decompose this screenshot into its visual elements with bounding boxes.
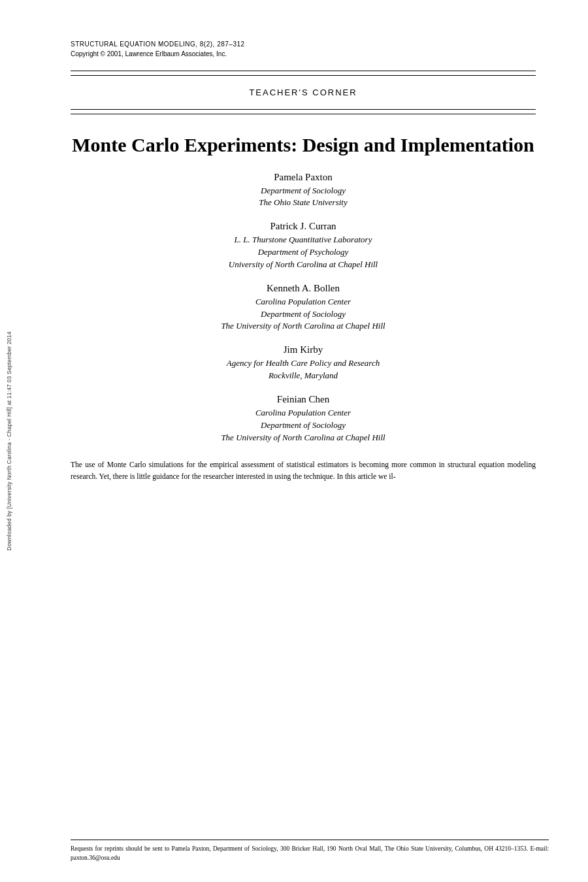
author-name-0: Pamela Paxton (71, 172, 536, 183)
journal-copyright-line: Copyright © 2001, Lawrence Erlbaum Assoc… (71, 49, 536, 59)
top-rule-thin (71, 75, 536, 76)
author-affiliation-0: Department of Sociology The Ohio State U… (71, 185, 536, 210)
author-block-3: Jim Kirby Agency for Health Care Policy … (71, 344, 536, 382)
author-affiliation-4: Carolina Population Center Department of… (71, 407, 536, 444)
top-rule-thick (71, 71, 536, 71)
journal-header: STRUCTURAL EQUATION MODELING, 8(2), 287–… (71, 39, 536, 59)
author-block-0: Pamela Paxton Department of Sociology Th… (71, 172, 536, 210)
abstract-text: The use of Monte Carlo simulations for t… (71, 459, 536, 482)
author-name-1: Patrick J. Curran (71, 221, 536, 232)
side-label: Downloaded by [University North Carolina… (0, 0, 18, 882)
section-title: TEACHER'S CORNER (71, 88, 536, 97)
footer-note: Requests for reprints should be sent to … (71, 840, 549, 863)
section-rule-thick (71, 109, 536, 110)
section-rule-thin (71, 114, 536, 114)
author-block-2: Kenneth A. Bollen Carolina Population Ce… (71, 283, 536, 333)
download-label: Downloaded by [University North Carolina… (6, 331, 12, 550)
author-name-3: Jim Kirby (71, 344, 536, 355)
authors-section: Pamela Paxton Department of Sociology Th… (71, 172, 536, 444)
author-block-4: Feinian Chen Carolina Population Center … (71, 394, 536, 444)
author-name-2: Kenneth A. Bollen (71, 283, 536, 294)
author-name-4: Feinian Chen (71, 394, 536, 405)
journal-title-line: STRUCTURAL EQUATION MODELING, 8(2), 287–… (71, 39, 536, 49)
author-affiliation-3: Agency for Health Care Policy and Resear… (71, 357, 536, 382)
author-affiliation-1: L. L. Thurstone Quantitative Laboratory … (71, 234, 536, 271)
author-affiliation-2: Carolina Population Center Department of… (71, 296, 536, 333)
author-block-1: Patrick J. Curran L. L. Thurstone Quanti… (71, 221, 536, 271)
article-title: Monte Carlo Experiments: Design and Impl… (71, 133, 536, 157)
